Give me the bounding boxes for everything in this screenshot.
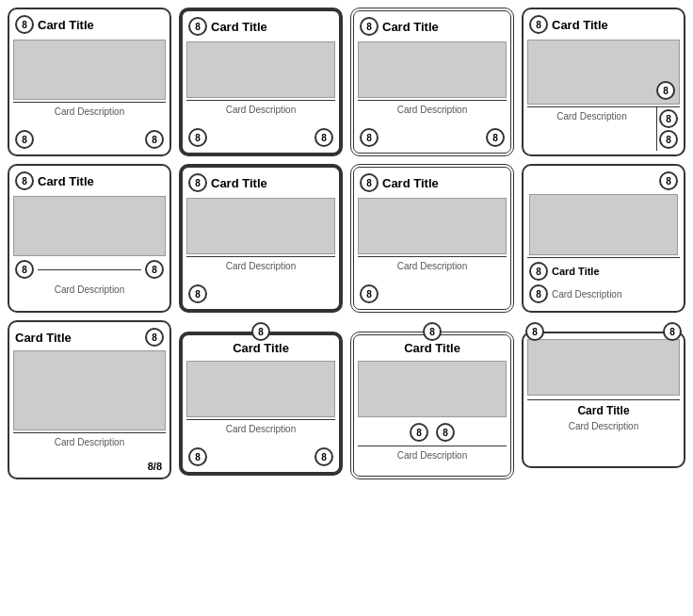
card-3-2-wrapper: 8 Card Title Card Description 8 8 — [179, 320, 343, 479]
badge-tc: 8 — [251, 322, 270, 341]
card-title: Card Title — [552, 266, 600, 277]
card-image — [529, 194, 678, 255]
badge-bl: 8 — [360, 128, 379, 147]
card-description: Card Description — [358, 100, 507, 126]
badge-tr: 8 — [145, 328, 164, 347]
card-grid-row2: 8 Card Title 8 8 Card Description 8 Card… — [8, 164, 685, 313]
title-row: 8 Card Title — [529, 260, 678, 283]
badge-br: 8 — [145, 130, 164, 149]
card-1-3: 8 Card Title Card Description 8 8 — [350, 8, 514, 156]
card-image — [186, 361, 335, 417]
badge-bl: 8 — [410, 423, 428, 442]
badge-mr: 8 — [145, 260, 164, 279]
card-footer: 8 — [358, 283, 507, 305]
card-image — [358, 198, 507, 254]
card-2-4: 8 8 Card Title 8 Card Description — [522, 164, 685, 313]
badge-bl: 8 — [360, 284, 379, 303]
mid-badges: 8 8 — [358, 419, 507, 446]
card-footer: 8 8 — [13, 128, 166, 151]
card-image — [527, 339, 680, 396]
desc-row: 8 Card Description — [529, 283, 678, 305]
card-header: 8 Card Title — [13, 170, 166, 194]
card-3-4-wrapper: 8 8 Card Title Card Description — [522, 320, 685, 479]
card-title: Card Title — [211, 176, 333, 190]
badge-stack: 8 8 — [656, 107, 680, 151]
badge-bl: 8 — [529, 284, 548, 303]
card-grid-row1: 8 Card Title Card Description 8 8 8 Card… — [8, 8, 685, 156]
card-3-4: Card Title Card Description — [522, 332, 685, 468]
badge-ml: 8 — [529, 262, 548, 281]
badge-stack-1: 8 — [659, 109, 678, 128]
card-description: Card Description — [186, 256, 335, 283]
card-description: Card Description — [527, 107, 656, 151]
card-1-1: 8 Card Title Card Description 8 8 — [8, 8, 171, 156]
card-title: Card Title — [15, 331, 145, 345]
card-title: Card Title — [211, 20, 333, 34]
badge-tl: 8 — [15, 15, 34, 34]
card-2-1: 8 Card Title 8 8 Card Description — [8, 164, 171, 313]
card-footer: 8 8 — [358, 126, 507, 149]
card-image — [186, 198, 335, 254]
badge-tl: 8 — [188, 17, 207, 36]
card-image — [358, 41, 507, 98]
card-description: Card Description — [358, 256, 507, 283]
card-bottom: Card Description 8 8 — [527, 106, 680, 151]
badge-bl: 8 — [188, 284, 207, 303]
top-row: 8 — [527, 170, 680, 192]
card-description: Card Description — [13, 281, 166, 307]
card-image — [358, 361, 507, 417]
card-header: 8 Card Title — [358, 15, 507, 40]
card-header: 8 Card Title — [527, 13, 680, 38]
card-header: 8 Card Title — [358, 171, 507, 196]
card-title: Card Title — [382, 20, 505, 34]
badge-bl: 8 — [188, 128, 207, 147]
card-1-2: 8 Card Title Card Description 8 8 — [179, 8, 343, 156]
badge-br: 8 — [314, 447, 333, 466]
score: 8/8 — [13, 459, 166, 474]
card-footer: 8 8 — [186, 126, 335, 149]
badge-bl: 8 — [188, 447, 207, 466]
divider — [38, 269, 141, 270]
badge-tr: 8 — [659, 171, 678, 190]
badge-inner: 8 — [656, 81, 675, 100]
card-description: Card Description — [186, 100, 335, 126]
card-footer: 8 — [186, 283, 335, 305]
card-description: Card Description — [186, 419, 335, 446]
card-title: Card Title — [552, 18, 678, 32]
badge-tl: 8 — [15, 171, 34, 190]
card-header: Card Title — [358, 339, 507, 359]
card-3-2: Card Title Card Description 8 8 — [179, 332, 343, 476]
card-description: Card Description — [13, 432, 166, 459]
card-header: 8 Card Title — [186, 171, 335, 196]
badge-stack-2: 8 — [659, 130, 678, 149]
card-image: 8 — [527, 40, 680, 105]
badge-br: 8 — [436, 423, 455, 442]
card-footer: 8 8 — [186, 446, 335, 468]
badge-ml: 8 — [15, 260, 34, 279]
card-header: Card Title 8 — [13, 326, 166, 349]
card-title: Card Title — [38, 18, 164, 32]
card-description: Card Description — [358, 446, 507, 472]
badge-tr: 8 — [663, 322, 682, 341]
bottom-section: 8 Card Title 8 Card Description — [527, 257, 680, 307]
card-2-3: 8 Card Title Card Description 8 — [350, 164, 514, 313]
card-image — [13, 196, 166, 256]
badge-br: 8 — [314, 128, 333, 147]
badge-tc: 8 — [423, 322, 442, 341]
card-3-3-wrapper: 8 Card Title 8 8 Card Description — [350, 320, 514, 479]
card-3-3: Card Title 8 8 Card Description — [350, 332, 514, 479]
card-header: 8 Card Title — [186, 15, 335, 40]
card-title: Card Title — [382, 176, 505, 190]
mid-row: 8 8 — [13, 258, 166, 281]
card-grid-row3: Card Title 8 Card Description 8/8 8 Card… — [8, 320, 685, 479]
card-2-2: 8 Card Title Card Description 8 — [179, 164, 343, 313]
card-title: Card Title — [188, 341, 333, 355]
card-image — [13, 350, 166, 430]
badge-tl: 8 — [529, 15, 548, 34]
badge-bl: 8 — [15, 130, 34, 149]
card-description: Card Description — [13, 102, 166, 128]
card-description: Card Description — [529, 421, 678, 431]
card-title: Card Title — [360, 341, 505, 355]
card-description: Card Description — [552, 289, 621, 300]
badge-br: 8 — [486, 128, 505, 147]
